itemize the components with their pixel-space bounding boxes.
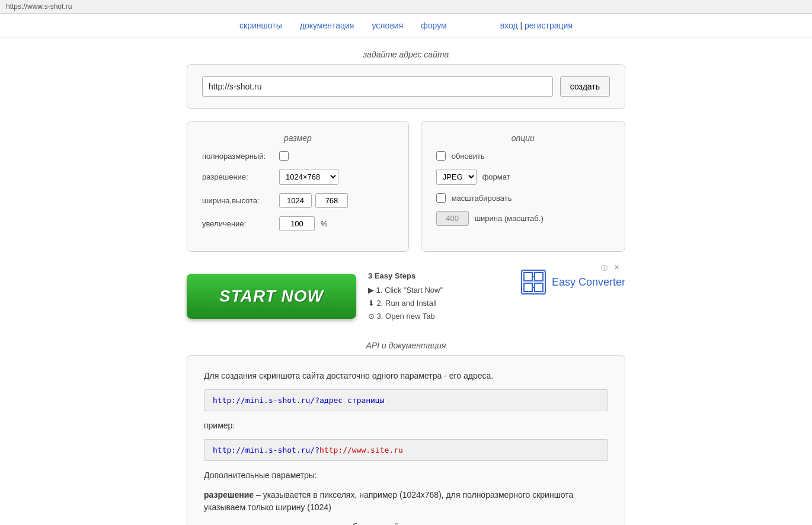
browser-url: https://www.s-shot.ru: [6, 2, 72, 11]
api-url2-prefix: http://mini.s-shot.ru/?: [213, 446, 319, 454]
api-section: Для создания скриншота сайта достаточно …: [187, 355, 625, 525]
wh-row: ширина,высота:: [202, 193, 394, 208]
resolution-label: разрешение:: [202, 172, 273, 181]
wh-inputs: [279, 193, 348, 208]
api-param-resolution: разрешение – указывается в пикселях, нап…: [204, 489, 608, 514]
ad-step3: ⊙ 3. Open new Tab: [368, 310, 443, 323]
start-now-button[interactable]: START NOW: [187, 274, 356, 319]
scale-checkbox[interactable]: [436, 193, 446, 203]
api-section-label: API и документация: [187, 341, 625, 350]
create-button[interactable]: создать: [560, 76, 610, 97]
nav-login[interactable]: вход: [500, 21, 518, 30]
url-input[interactable]: [202, 76, 553, 97]
browser-bar: https://www.s-shot.ru: [0, 0, 812, 14]
nav-separator: |: [520, 21, 522, 30]
api-url2-link: http://www.site.ru: [319, 446, 403, 454]
api-intro: Для создания скриншота сайта достаточно …: [204, 370, 608, 382]
scale-width-label: ширина (масштаб.): [475, 214, 610, 223]
svg-rect-0: [524, 273, 532, 281]
refresh-row: обновить: [436, 151, 610, 161]
width-input[interactable]: [279, 193, 312, 208]
ad-banner: START NOW 3 Easy Steps ▶ 1. Click "Start…: [187, 264, 625, 329]
svg-rect-3: [535, 283, 543, 292]
scale-row: масштабировать: [436, 193, 610, 203]
resolution-row: разрешение: 800×600 1024×768 1280×1024 1…: [202, 169, 394, 185]
param-resolution-title: разрешение: [204, 490, 254, 500]
scale-width-row: ширина (масштаб.): [436, 211, 610, 226]
size-panel: размер полноразмерный: разрешение: 800×6…: [187, 121, 409, 252]
api-param-size: размер - указывается ширина масштабирова…: [204, 521, 608, 525]
converter-name: Easy Converter: [552, 276, 625, 289]
fullsize-checkbox[interactable]: [279, 151, 289, 161]
svg-rect-1: [535, 273, 543, 281]
api-params-title: Дополнительные параметры:: [204, 469, 608, 482]
format-row: JPEG PNG формат: [436, 169, 610, 185]
nav-register[interactable]: регистрация: [525, 21, 573, 30]
options-panel: опции обновить JPEG PNG формат масштабир…: [421, 121, 625, 252]
ad-steps-title: 3 Easy Steps: [368, 270, 443, 283]
api-url1: http://mini.s-shot.ru/?адрес страницы: [204, 389, 608, 411]
url-section-label: задайте адрес сайта: [187, 50, 625, 59]
ad-close-button[interactable]: ✕: [614, 264, 619, 271]
zoom-label: увеличение:: [202, 219, 273, 228]
main-content: задайте адрес сайта создать размер полно…: [181, 38, 631, 525]
ad-info-button[interactable]: ⓘ: [601, 264, 608, 273]
converter-svg: [523, 271, 544, 293]
nav-screenshots[interactable]: скриншоты: [239, 21, 282, 30]
params-title-label: Дополнительные параметры:: [204, 470, 317, 480]
nav-documentation[interactable]: документация: [300, 21, 354, 30]
scale-label: масштабировать: [452, 194, 610, 203]
url-box: создать: [187, 64, 625, 109]
ad-converter: Easy Converter: [521, 270, 625, 294]
fullsize-label: полноразмерный:: [202, 152, 273, 161]
api-example-label: пример:: [204, 420, 608, 432]
ad-steps: 3 Easy Steps ▶ 1. Click "Start Now" ⬇ 2.…: [368, 270, 443, 323]
panels-row: размер полноразмерный: разрешение: 800×6…: [187, 121, 625, 252]
api-url2: http://mini.s-shot.ru/?http://www.site.r…: [204, 439, 608, 461]
converter-icon: [521, 270, 546, 294]
zoom-input[interactable]: [279, 216, 315, 231]
ad-step2: ⬇ 2. Run and Install: [368, 297, 443, 310]
fullsize-row: полноразмерный:: [202, 151, 394, 161]
ad-step1: ▶ 1. Click "Start Now": [368, 284, 443, 297]
api-url1-text: http://mini.s-shot.ru/?адрес страницы: [213, 396, 385, 405]
percent-label: %: [321, 219, 328, 228]
svg-rect-2: [524, 283, 532, 292]
options-panel-title: опции: [436, 133, 610, 143]
nav-terms[interactable]: условия: [372, 21, 403, 30]
height-input[interactable]: [315, 193, 348, 208]
param-resolution-desc: – указывается в пикселях, например (1024…: [204, 490, 573, 512]
param-size-title: размер: [204, 522, 234, 525]
format-select[interactable]: JPEG PNG: [436, 169, 477, 185]
param-size-desc: - указывается ширина масштабированной ка…: [234, 522, 435, 525]
nav-auth: вход | регистрация: [500, 21, 573, 30]
scale-width-input[interactable]: [436, 211, 469, 226]
wh-label: ширина,высота:: [202, 196, 273, 205]
nav-forum[interactable]: форум: [421, 21, 446, 30]
ad-middle: 3 Easy Steps ▶ 1. Click "Start Now" ⬇ 2.…: [356, 270, 625, 323]
resolution-select[interactable]: 800×600 1024×768 1280×1024 1600×1200: [279, 169, 338, 185]
refresh-checkbox[interactable]: [436, 151, 446, 161]
zoom-row: увеличение: %: [202, 216, 394, 231]
top-nav: скриншоты документация условия форум вхо…: [0, 14, 812, 38]
size-panel-title: размер: [202, 133, 394, 143]
refresh-label: обновить: [452, 152, 610, 161]
format-label: формат: [482, 172, 610, 181]
